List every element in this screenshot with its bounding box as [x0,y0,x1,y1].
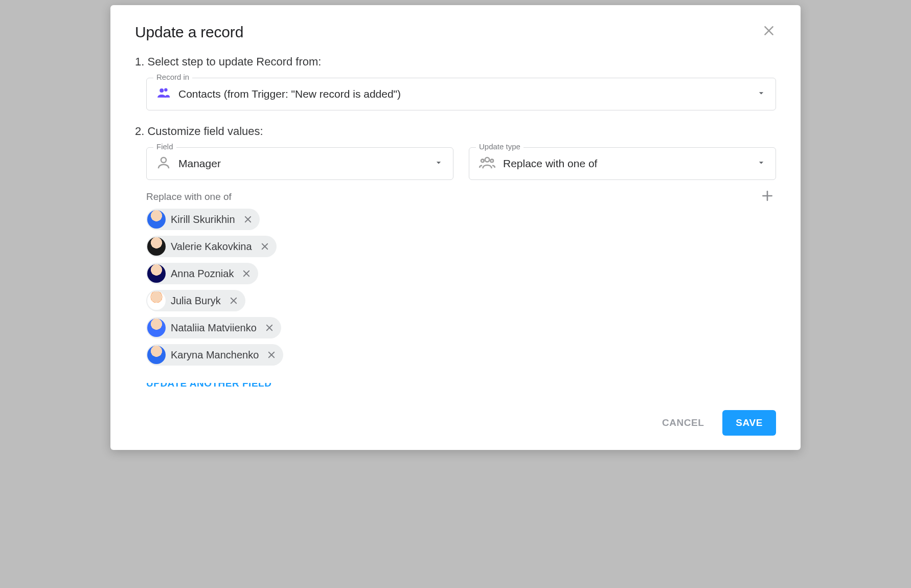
chevron-down-icon [434,157,444,170]
svg-point-7 [490,160,493,163]
chip-name: Nataliia Matviienko [171,322,257,334]
replace-header: Replace with one of [146,191,776,202]
person-chip[interactable]: Valerie Kakovkina [146,236,277,257]
person-chip[interactable]: Karyna Manchenko [146,344,283,366]
avatar [147,237,166,256]
chip-name: Valerie Kakovkina [171,241,252,253]
update-type-value: Replace with one of [503,157,597,170]
person-chip[interactable]: Anna Pozniak [146,263,258,284]
avatar [147,210,166,229]
person-chip[interactable]: Julia Buryk [146,290,245,311]
cancel-button[interactable]: CANCEL [657,411,709,435]
field-updatetype-row: Field Manager Update type Replace with o… [146,147,776,180]
record-in-select[interactable]: Contacts (from Trigger: "New record is a… [146,78,776,110]
update-type-select[interactable]: Replace with one of [469,147,776,180]
replace-section: Replace with one of Kirill SkurikhinVale… [146,191,776,366]
remove-chip-icon[interactable] [227,294,240,307]
remove-chip-icon[interactable] [258,240,271,253]
chip-name: Karyna Manchenko [171,349,259,361]
field-value: Manager [178,157,221,170]
chip-name: Julia Buryk [171,295,221,307]
svg-point-5 [485,157,490,162]
remove-chip-icon[interactable] [240,267,253,280]
record-in-select-wrapper: Record in Contacts (from Trigger: "New r… [146,78,776,110]
update-another-field-button[interactable]: UPDATE ANOTHER FIELD [146,383,776,388]
update-type-select-wrapper: Update type Replace with one of [469,147,776,180]
modal-footer: CANCEL SAVE [135,400,776,436]
chevron-down-icon [756,88,766,100]
field-select[interactable]: Manager [146,147,453,180]
person-icon [156,155,171,172]
remove-chip-icon[interactable] [241,213,255,226]
remove-chip-icon[interactable] [265,348,278,361]
update-type-label: Update type [476,142,523,151]
save-button[interactable]: SAVE [722,410,776,436]
modal-header: Update a record [135,24,776,41]
field-select-wrapper: Field Manager [146,147,453,180]
svg-point-6 [481,160,484,163]
close-icon[interactable] [762,24,776,38]
avatar [147,291,166,310]
group-icon [479,154,496,173]
person-chip[interactable]: Kirill Skurikhin [146,209,260,230]
chevron-down-icon [756,157,766,170]
avatar [147,346,166,364]
step1-label: 1. Select step to update Record from: [135,55,776,69]
add-icon[interactable] [761,189,774,205]
contacts-icon [156,85,171,103]
modal-title: Update a record [135,24,243,41]
record-in-value: Contacts (from Trigger: "New record is a… [178,88,401,100]
record-in-label: Record in [153,73,192,81]
people-chips: Kirill SkurikhinValerie KakovkinaAnna Po… [146,209,776,366]
update-record-modal: Update a record 1. Select step to update… [110,5,801,450]
person-chip[interactable]: Nataliia Matviienko [146,317,281,338]
chip-name: Kirill Skurikhin [171,214,235,225]
svg-point-3 [164,88,168,92]
svg-point-2 [160,88,164,93]
field-label: Field [153,142,176,151]
step2-label: 2. Customize field values: [135,125,776,138]
svg-point-4 [161,157,166,163]
replace-title: Replace with one of [146,191,232,202]
chip-name: Anna Pozniak [171,268,234,280]
avatar [147,264,166,283]
remove-chip-icon[interactable] [263,321,276,334]
avatar [147,319,166,337]
